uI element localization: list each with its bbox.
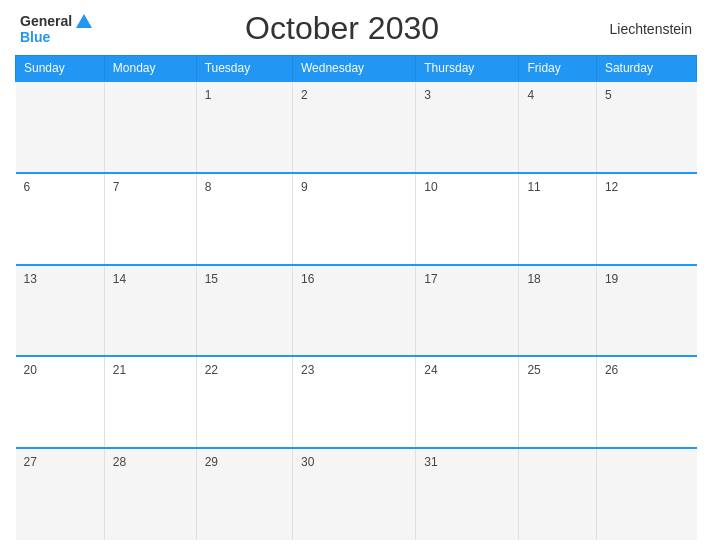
day-number: 13 [24,272,37,286]
calendar-cell: 11 [519,173,596,265]
calendar-cell: 28 [104,448,196,540]
day-number: 15 [205,272,218,286]
calendar-cell: 5 [596,81,696,173]
day-number: 24 [424,363,437,377]
calendar-cell: 21 [104,356,196,448]
calendar-cell: 30 [292,448,415,540]
day-header-thursday: Thursday [416,56,519,82]
calendar-cell: 26 [596,356,696,448]
calendar-cell [16,81,105,173]
day-number: 17 [424,272,437,286]
day-number: 5 [605,88,612,102]
calendar-cell [519,448,596,540]
day-header-tuesday: Tuesday [196,56,292,82]
page-header: General Blue October 2030 Liechtenstein [15,10,697,47]
calendar-cell: 22 [196,356,292,448]
calendar-cell: 29 [196,448,292,540]
day-number: 2 [301,88,308,102]
calendar-cell: 14 [104,265,196,357]
day-header-saturday: Saturday [596,56,696,82]
day-number: 29 [205,455,218,469]
calendar-cell: 13 [16,265,105,357]
day-number: 19 [605,272,618,286]
calendar-table: SundayMondayTuesdayWednesdayThursdayFrid… [15,55,697,540]
calendar-cell: 19 [596,265,696,357]
day-header-wednesday: Wednesday [292,56,415,82]
day-number: 11 [527,180,540,194]
day-number: 30 [301,455,314,469]
calendar-header-row: SundayMondayTuesdayWednesdayThursdayFrid… [16,56,697,82]
calendar-cell: 23 [292,356,415,448]
logo-triangle-icon [76,14,92,28]
day-number: 27 [24,455,37,469]
day-number: 8 [205,180,212,194]
calendar-cell: 15 [196,265,292,357]
calendar-cell: 25 [519,356,596,448]
day-number: 23 [301,363,314,377]
calendar-cell: 3 [416,81,519,173]
calendar-cell: 10 [416,173,519,265]
calendar-week-row: 12345 [16,81,697,173]
day-number: 12 [605,180,618,194]
day-header-friday: Friday [519,56,596,82]
day-number: 6 [24,180,31,194]
day-number: 18 [527,272,540,286]
calendar-cell [104,81,196,173]
calendar-cell: 24 [416,356,519,448]
day-number: 10 [424,180,437,194]
day-number: 3 [424,88,431,102]
calendar-cell: 31 [416,448,519,540]
calendar-cell [596,448,696,540]
calendar-cell: 20 [16,356,105,448]
calendar-cell: 1 [196,81,292,173]
day-number: 16 [301,272,314,286]
calendar-cell: 17 [416,265,519,357]
calendar-week-row: 20212223242526 [16,356,697,448]
calendar-cell: 27 [16,448,105,540]
calendar-cell: 18 [519,265,596,357]
day-number: 4 [527,88,534,102]
day-number: 25 [527,363,540,377]
logo-blue-text: Blue [20,29,50,45]
day-number: 21 [113,363,126,377]
day-number: 9 [301,180,308,194]
country-label: Liechtenstein [592,21,692,37]
calendar-week-row: 6789101112 [16,173,697,265]
calendar-cell: 2 [292,81,415,173]
calendar-cell: 8 [196,173,292,265]
calendar-week-row: 2728293031 [16,448,697,540]
calendar-cell: 9 [292,173,415,265]
day-header-monday: Monday [104,56,196,82]
day-number: 26 [605,363,618,377]
calendar-week-row: 13141516171819 [16,265,697,357]
day-number: 20 [24,363,37,377]
calendar-cell: 16 [292,265,415,357]
calendar-title: October 2030 [92,10,592,47]
day-number: 7 [113,180,120,194]
day-number: 1 [205,88,212,102]
day-number: 14 [113,272,126,286]
calendar-cell: 12 [596,173,696,265]
day-number: 31 [424,455,437,469]
logo: General Blue [20,13,92,45]
day-number: 28 [113,455,126,469]
calendar-cell: 4 [519,81,596,173]
calendar-cell: 6 [16,173,105,265]
logo-general-text: General [20,13,72,29]
day-number: 22 [205,363,218,377]
day-header-sunday: Sunday [16,56,105,82]
calendar-cell: 7 [104,173,196,265]
